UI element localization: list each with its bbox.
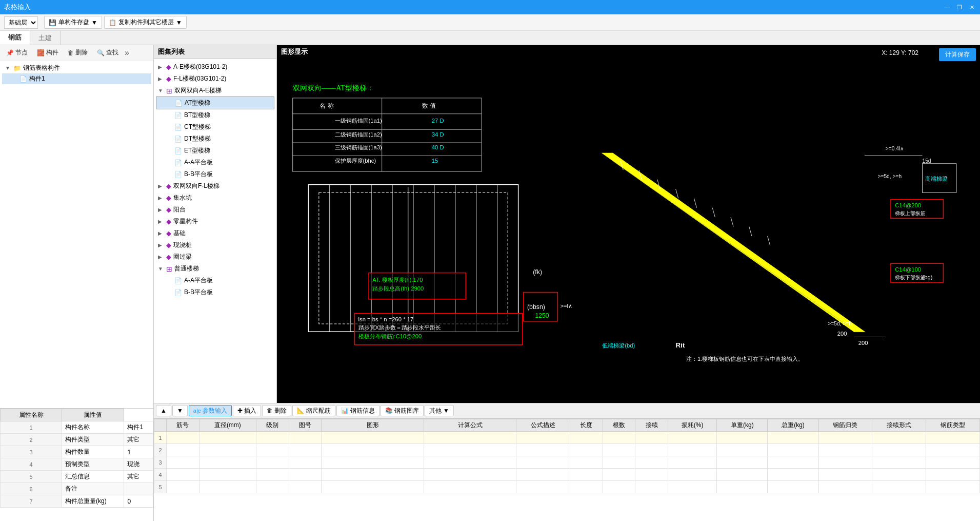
data-cell[interactable] <box>717 469 768 481</box>
list-item[interactable]: 📄 A-A平台板 <box>156 275 274 286</box>
data-cell[interactable] <box>768 444 818 456</box>
list-item[interactable]: 📄 A-A平台板 <box>156 157 274 168</box>
data-cell[interactable] <box>818 481 872 493</box>
data-cell[interactable] <box>635 469 668 481</box>
rebar-info-button[interactable]: 📊 钢筋信息 <box>336 405 379 416</box>
data-cell[interactable] <box>167 481 199 493</box>
data-cell[interactable] <box>289 432 322 444</box>
data-cell[interactable] <box>289 444 322 456</box>
layer-select[interactable]: 基础层 <box>4 16 38 29</box>
props-row-value[interactable]: 构件1 <box>124 421 153 434</box>
data-cell[interactable] <box>322 469 424 481</box>
list-item[interactable]: 📄 B-B平台板 <box>156 168 274 180</box>
delete-row-button[interactable]: 🗑 删除 <box>262 405 291 416</box>
more-button[interactable]: » <box>125 48 129 57</box>
minimize-button[interactable]: — <box>943 3 951 11</box>
props-row-value[interactable]: 现浇 <box>124 458 153 471</box>
data-cell[interactable] <box>668 444 717 456</box>
data-cell[interactable] <box>424 444 516 456</box>
list-item[interactable]: ▶ ◆ 集水坑 <box>156 192 274 204</box>
data-cell[interactable] <box>322 432 424 444</box>
data-cell[interactable] <box>424 432 516 444</box>
data-cell[interactable] <box>717 481 768 493</box>
data-cell[interactable] <box>322 456 424 469</box>
node-button[interactable]: 📌 节点 <box>3 47 31 58</box>
data-cell[interactable] <box>256 444 289 456</box>
list-item[interactable]: ▶ ◆ F-L楼梯(03G101-2) <box>156 73 274 85</box>
data-cell[interactable] <box>570 444 603 456</box>
data-cell[interactable] <box>635 456 668 469</box>
move-down-button[interactable]: ▼ <box>172 405 188 416</box>
data-cell[interactable] <box>872 481 926 493</box>
data-cell[interactable] <box>167 456 199 469</box>
data-cell[interactable] <box>603 444 635 456</box>
data-cell[interactable] <box>818 432 872 444</box>
list-item[interactable]: ▶ ◆ 双网双向F-L楼梯 <box>156 180 274 192</box>
find-button[interactable]: 🔍 查找 <box>94 47 122 58</box>
data-cell[interactable] <box>570 469 603 481</box>
list-item[interactable]: 📄 AT型楼梯 <box>156 97 274 109</box>
data-cell[interactable] <box>199 469 256 481</box>
data-cell[interactable] <box>256 481 289 493</box>
data-cell[interactable] <box>668 469 717 481</box>
copy-component-button[interactable]: 📋 复制构件到其它楼层 ▼ <box>104 16 187 29</box>
list-item[interactable]: ▶ ◆ 阳台 <box>156 204 274 216</box>
data-cell[interactable] <box>516 481 570 493</box>
data-cell[interactable] <box>818 469 872 481</box>
tree-comp1-item[interactable]: 📄 构件1 <box>2 73 151 84</box>
data-cell[interactable] <box>256 456 289 469</box>
close-button[interactable]: ✕ <box>968 3 976 11</box>
delete-left-button[interactable]: 🗑 删除 <box>65 47 91 58</box>
data-cell[interactable] <box>167 444 199 456</box>
data-cell[interactable] <box>768 456 818 469</box>
props-row-value[interactable]: 其它 <box>124 434 153 446</box>
data-cell[interactable] <box>872 432 926 444</box>
data-cell[interactable] <box>926 456 980 469</box>
data-cell[interactable] <box>603 481 635 493</box>
data-cell[interactable] <box>322 481 424 493</box>
data-cell[interactable] <box>603 469 635 481</box>
list-item[interactable]: 📄 BT型楼梯 <box>156 109 274 121</box>
data-cell[interactable] <box>199 481 256 493</box>
data-cell[interactable] <box>872 456 926 469</box>
props-row-value[interactable]: 其它 <box>124 471 153 483</box>
data-cell[interactable] <box>635 481 668 493</box>
data-cell[interactable] <box>926 432 980 444</box>
list-item[interactable]: ▶ ◆ 基础 <box>156 227 274 239</box>
data-cell[interactable] <box>926 444 980 456</box>
data-cell[interactable] <box>516 469 570 481</box>
data-cell[interactable] <box>256 469 289 481</box>
component-button[interactable]: 🧱 构件 <box>34 47 62 58</box>
data-cell[interactable] <box>668 481 717 493</box>
list-item[interactable]: ▶ ◆ A-E楼梯(03G101-2) <box>156 61 274 73</box>
rebar-lib-button[interactable]: 📚 钢筋图库 <box>381 405 424 416</box>
data-cell[interactable] <box>717 456 768 469</box>
data-cell[interactable] <box>926 481 980 493</box>
data-cell[interactable] <box>872 444 926 456</box>
data-cell[interactable] <box>424 481 516 493</box>
data-cell[interactable] <box>516 444 570 456</box>
tab-steel[interactable]: 钢筋 <box>0 31 30 45</box>
data-cell[interactable] <box>199 432 256 444</box>
save-component-button[interactable]: 💾 单构件存盘 ▼ <box>44 16 102 29</box>
data-cell[interactable] <box>516 456 570 469</box>
data-cell[interactable] <box>424 469 516 481</box>
list-item[interactable]: 📄 CT型楼梯 <box>156 121 274 133</box>
data-cell[interactable] <box>256 432 289 444</box>
data-cell[interactable] <box>668 456 717 469</box>
other-button[interactable]: 其他 ▼ <box>425 405 454 416</box>
list-item[interactable]: 📄 ET型楼梯 <box>156 145 274 157</box>
list-item[interactable]: ▶ ◆ 圈过梁 <box>156 251 274 263</box>
tab-civil[interactable]: 土建 <box>30 31 61 45</box>
data-cell[interactable] <box>199 444 256 456</box>
list-item[interactable]: ▶ ◆ 零星构件 <box>156 216 274 227</box>
data-cell[interactable] <box>167 432 199 444</box>
list-item[interactable]: ▼ ⊞ 普通楼梯 <box>156 263 274 275</box>
data-cell[interactable] <box>717 432 768 444</box>
data-cell[interactable] <box>926 469 980 481</box>
scale-fit-button[interactable]: 📐 缩尺配筋 <box>292 405 335 416</box>
param-input-button[interactable]: a|e 参数输入 <box>189 405 232 416</box>
data-cell[interactable] <box>872 469 926 481</box>
calc-save-button[interactable]: 计算保存 <box>939 48 976 61</box>
props-row-value[interactable]: 0 <box>124 495 153 508</box>
